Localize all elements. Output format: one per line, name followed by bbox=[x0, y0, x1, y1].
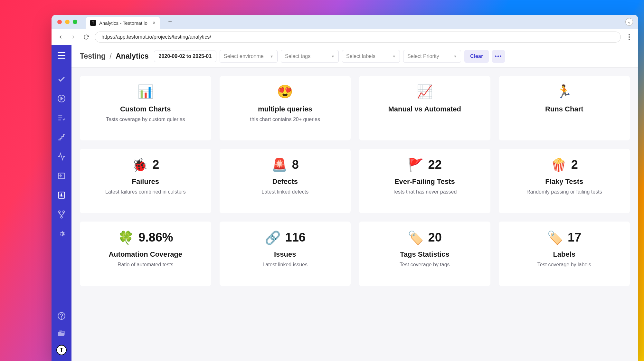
browser-menu-button[interactable] bbox=[625, 34, 634, 40]
card-title: Failures bbox=[132, 177, 159, 186]
flag-icon: 🚩 bbox=[408, 158, 424, 171]
sidebar-item-help[interactable] bbox=[56, 310, 67, 322]
card-title: Automation Coverage bbox=[109, 250, 182, 259]
card-value: 20 bbox=[428, 231, 442, 244]
priority-filter-placeholder: Select Priority bbox=[407, 53, 439, 59]
new-tab-button[interactable]: + bbox=[165, 17, 175, 27]
card-title: Issues bbox=[274, 250, 296, 259]
list-check-icon bbox=[57, 114, 66, 122]
tags-filter[interactable]: Select tags ▼ bbox=[281, 50, 339, 63]
sidebar-menu-toggle[interactable] bbox=[56, 50, 67, 61]
browser-toolbar: https://app.testomat.io/projects/testing… bbox=[52, 29, 638, 45]
card-subtitle: Tests that has never passed bbox=[393, 189, 457, 195]
card-runs-chart[interactable]: 🏃 Runs Chart bbox=[499, 76, 630, 140]
browser-window: T Analytics - Testomat.io × + ⌄ https://… bbox=[52, 15, 638, 361]
check-icon bbox=[57, 75, 66, 83]
page-header: Testing / Analytics 2020-09-02 to 2025-0… bbox=[71, 45, 638, 68]
card-value: 2 bbox=[152, 158, 159, 172]
tabs-dropdown-button[interactable]: ⌄ bbox=[625, 18, 633, 26]
card-value: 17 bbox=[568, 231, 581, 244]
environment-filter-placeholder: Select environme bbox=[224, 53, 264, 59]
card-failures[interactable]: 🐞 2 Failures Latest failures combined in… bbox=[80, 149, 211, 213]
card-subtitle: Latest linked issues bbox=[262, 262, 308, 268]
chevron-down-icon: ▼ bbox=[392, 54, 396, 58]
sidebar-item-runs[interactable] bbox=[56, 93, 67, 104]
card-subtitle: Latest linked defects bbox=[261, 189, 308, 195]
browser-tab[interactable]: T Analytics - Testomat.io × bbox=[86, 17, 160, 29]
app-logo[interactable]: T bbox=[56, 345, 67, 355]
window-minimize-button[interactable] bbox=[65, 20, 70, 24]
breadcrumb-current: Analytics bbox=[116, 52, 148, 60]
clear-filters-button[interactable]: Clear bbox=[464, 50, 489, 63]
chevron-down-icon: ▼ bbox=[270, 54, 273, 58]
window-maximize-button[interactable] bbox=[73, 20, 77, 24]
tab-close-button[interactable]: × bbox=[153, 20, 156, 26]
priority-filter[interactable]: Select Priority ▼ bbox=[403, 50, 461, 63]
app-body: T Testing / Analytics 2020-09-02 to 2025… bbox=[52, 45, 638, 361]
reload-button[interactable] bbox=[82, 33, 91, 42]
card-labels[interactable]: 🏷️ 17 Labels Test coverage by labels bbox=[499, 222, 630, 286]
forward-button[interactable] bbox=[69, 33, 78, 42]
pulse-icon bbox=[57, 152, 66, 161]
chevron-down-icon: ▼ bbox=[331, 54, 335, 58]
card-tags-statistics[interactable]: 🏷️ 20 Tags Statistics Test coverage by t… bbox=[359, 222, 490, 286]
sidebar-item-plans[interactable] bbox=[56, 112, 67, 124]
import-icon bbox=[57, 172, 66, 180]
card-issues[interactable]: 🔗 116 Issues Latest linked issues bbox=[220, 222, 351, 286]
sidebar-item-settings[interactable] bbox=[56, 228, 67, 240]
tag-icon: 🏷️ bbox=[408, 231, 424, 244]
card-subtitle: Randomly passing or failing tests bbox=[526, 189, 602, 195]
sidebar-item-tests[interactable] bbox=[56, 73, 67, 85]
chart-up-icon: 📈 bbox=[417, 85, 433, 98]
card-title: Ever-Failing Tests bbox=[394, 177, 455, 186]
card-value: 116 bbox=[285, 231, 306, 244]
chart-icon bbox=[57, 191, 66, 199]
help-icon bbox=[57, 312, 66, 320]
more-actions-button[interactable]: ••• bbox=[492, 50, 505, 63]
sidebar-item-branches[interactable] bbox=[56, 209, 67, 220]
svg-point-14 bbox=[61, 318, 62, 318]
card-manual-vs-automated[interactable]: 📈 Manual vs Automated bbox=[359, 76, 490, 140]
card-flaky-tests[interactable]: 🍿 2 Flaky Tests Randomly passing or fail… bbox=[499, 149, 630, 213]
bug-icon: 🐞 bbox=[132, 158, 148, 171]
labels-filter-placeholder: Select labels bbox=[346, 53, 375, 59]
url-text: https://app.testomat.io/projects/testing… bbox=[101, 34, 211, 40]
sidebar-item-steps[interactable] bbox=[56, 131, 67, 143]
card-title: Labels bbox=[553, 250, 575, 259]
card-subtitle: Ratio of automated tests bbox=[118, 262, 173, 268]
card-defects[interactable]: 🚨 8 Defects Latest linked defects bbox=[220, 149, 351, 213]
play-circle-icon bbox=[57, 94, 66, 103]
analytics-cards-grid: 📊 Custom Charts Tests coverage by custom… bbox=[71, 68, 638, 294]
link-icon: 🔗 bbox=[265, 231, 281, 244]
runner-icon: 🏃 bbox=[556, 85, 572, 98]
tab-favicon-icon: T bbox=[90, 20, 96, 26]
card-ever-failing[interactable]: 🚩 22 Ever-Failing Tests Tests that has n… bbox=[359, 149, 490, 213]
card-title: Manual vs Automated bbox=[388, 105, 461, 113]
stairs-icon bbox=[57, 133, 66, 141]
card-title: Flaky Tests bbox=[545, 177, 583, 186]
gear-icon bbox=[57, 230, 66, 238]
label-icon: 🏷️ bbox=[547, 231, 563, 244]
card-custom-charts[interactable]: 📊 Custom Charts Tests coverage by custom… bbox=[80, 76, 211, 140]
card-multiple-queries[interactable]: 😍 multiple queries this chart contains 2… bbox=[220, 76, 351, 140]
card-value: 2 bbox=[571, 158, 578, 172]
labels-filter[interactable]: Select labels ▼ bbox=[342, 50, 400, 63]
tags-filter-placeholder: Select tags bbox=[285, 53, 310, 59]
url-bar[interactable]: https://app.testomat.io/projects/testing… bbox=[95, 32, 621, 43]
card-automation-coverage[interactable]: 🍀 9.86% Automation Coverage Ratio of aut… bbox=[80, 222, 211, 286]
sidebar-item-pulse[interactable] bbox=[56, 151, 67, 162]
date-range-picker[interactable]: 2020-09-02 to 2025-01 bbox=[154, 51, 217, 62]
sidebar-item-projects[interactable] bbox=[56, 328, 67, 339]
card-subtitle: Tests coverage by custom quieries bbox=[106, 117, 185, 122]
svg-point-11 bbox=[63, 211, 64, 213]
sidebar-item-analytics[interactable] bbox=[56, 189, 67, 201]
sidebar-item-import[interactable] bbox=[56, 170, 67, 182]
environment-filter[interactable]: Select environme ▼ bbox=[220, 50, 278, 63]
browser-tab-strip: T Analytics - Testomat.io × + ⌄ bbox=[52, 15, 638, 29]
back-button[interactable] bbox=[56, 33, 65, 42]
window-close-button[interactable] bbox=[57, 20, 62, 24]
window-controls bbox=[57, 20, 77, 24]
breadcrumb-parent[interactable]: Testing bbox=[80, 52, 106, 60]
heart-eyes-icon: 😍 bbox=[277, 85, 293, 98]
branch-icon bbox=[57, 210, 66, 219]
